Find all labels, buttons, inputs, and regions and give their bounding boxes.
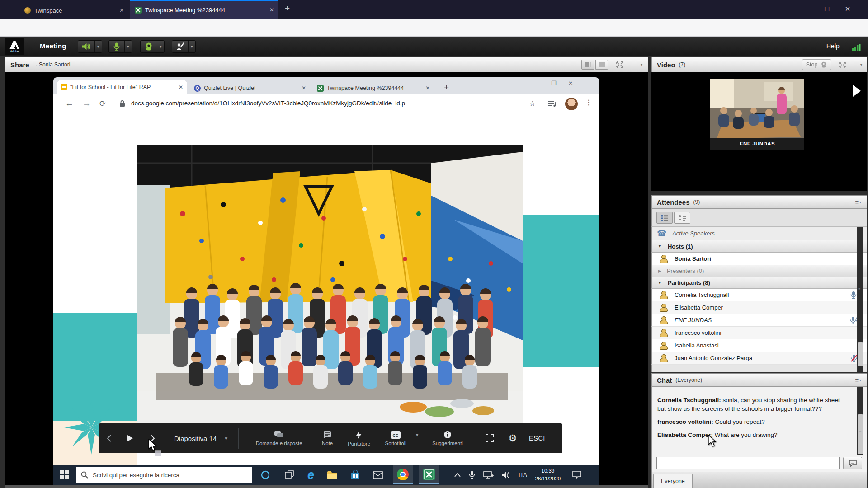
- active-speakers-row: ☎ Active Speakers: [651, 227, 867, 240]
- meeting-menu[interactable]: Meeting: [40, 42, 66, 50]
- share-pod-bottom-edge: [5, 485, 648, 488]
- attendee-name: Cornelia Tschuggnall: [675, 291, 729, 298]
- video-fullscreen-icon[interactable]: [839, 61, 846, 68]
- mic-on-icon: [850, 291, 857, 299]
- speaker-dropdown[interactable]: ▾: [94, 41, 102, 52]
- chat-pod-menu[interactable]: ≡▾: [855, 377, 861, 384]
- pod-layout-1-button[interactable]: [581, 60, 594, 70]
- divider: [238, 428, 239, 449]
- shared-restore-icon: ❐: [551, 80, 557, 87]
- slide-number-dropdown: ▼: [224, 436, 228, 441]
- svg-text:Q: Q: [196, 86, 199, 91]
- attendees-pod-menu[interactable]: ≡▾: [855, 199, 861, 206]
- tab-close-icon[interactable]: ✕: [269, 7, 274, 13]
- shared-bookmark-star-icon: ☆: [529, 99, 536, 108]
- shared-back-icon: ←: [65, 99, 74, 108]
- chat-text: Could you repeat?: [713, 418, 765, 425]
- slides-qa-button: Domande e risposte: [245, 431, 313, 446]
- slides-tips-button: Suggerimenti: [423, 431, 472, 446]
- share-fullscreen-icon[interactable]: [616, 61, 624, 68]
- taskbar-search-box: Scrivi qui per eseguire la ricerca: [76, 467, 252, 483]
- slides-prev-icon: [99, 435, 119, 442]
- webcam-icon[interactable]: [141, 42, 157, 51]
- share-pod-menu[interactable]: ≡▾: [636, 61, 642, 68]
- slides-fullscreen-icon: [477, 434, 502, 442]
- tray-microphone-icon: [469, 471, 475, 479]
- microphone-button-group[interactable]: ▾: [108, 40, 132, 53]
- speaker-button-group[interactable]: ▾: [78, 40, 102, 53]
- presenters-group-header[interactable]: ▶ Presenters (0): [651, 265, 867, 277]
- action-center-icon: [572, 471, 581, 479]
- attendee-row[interactable]: ENE JUNDAS: [651, 314, 867, 327]
- shared-chrome-window-controls: — ❐ ✕: [533, 80, 573, 87]
- chat-tab-everyone[interactable]: Everyone: [653, 474, 693, 488]
- chat-pod-title: Chat: [657, 376, 672, 384]
- firefox-tab-meeting[interactable]: Twinspace Meeting %2394444 ✕: [130, 0, 278, 19]
- participants-group-header[interactable]: ▼ Participants (8): [651, 277, 867, 289]
- thumbnails-next-arrow[interactable]: [852, 84, 862, 98]
- chat-message: Elisabetta Comper: What are you drawing?: [657, 431, 849, 439]
- attendee-row-host[interactable]: Sonia Sartori: [651, 253, 867, 265]
- chat-send-button[interactable]: [843, 457, 862, 469]
- shared-playlist-icon: [548, 100, 557, 108]
- participants-header-label: Participants (8): [668, 279, 710, 286]
- firefox-tab-twinspace[interactable]: Twinspace ✕: [20, 2, 128, 19]
- slides-pointer-button: Puntatore: [342, 431, 376, 446]
- connection-signal-icon[interactable]: [852, 42, 862, 51]
- shared-kebab-menu-icon: ⋮: [585, 98, 592, 107]
- shared-forward-icon: →: [82, 99, 91, 108]
- attendee-row[interactable]: Isabella Anastasi: [651, 339, 867, 352]
- chat-messages-area[interactable]: Cornelia Tschuggnall: sonia, can you sto…: [651, 387, 867, 455]
- shared-reload-icon: ⟳: [99, 99, 106, 108]
- attendee-list-view-button[interactable]: [656, 212, 673, 224]
- google-slides-icon: [61, 84, 67, 90]
- attendee-name: francesco voltolini: [675, 329, 721, 336]
- attendee-row[interactable]: Cornelia Tschuggnall: [651, 289, 867, 301]
- webcam-small-icon: [820, 61, 827, 68]
- stop-webcam-button[interactable]: Stop: [802, 59, 832, 70]
- connect-menu-bar: Adobe Meeting ▾ ▾ ▾ ▾ Help: [0, 37, 868, 56]
- webcam-button-group[interactable]: ▾: [140, 40, 165, 53]
- active-speakers-label: Active Speakers: [672, 230, 715, 237]
- shared-new-tab-icon: +: [444, 82, 449, 92]
- help-menu[interactable]: Help: [826, 42, 840, 50]
- microphone-dropdown[interactable]: ▾: [124, 41, 132, 52]
- attendee-status-view-button[interactable]: [674, 212, 690, 224]
- shared-taskbar: Scrivi qui per eseguire la ricerca e ITA…: [53, 465, 599, 485]
- chat-scrollbar-thumb[interactable]: ≡: [858, 414, 863, 454]
- video-pod-menu[interactable]: ≡▾: [856, 61, 862, 68]
- attendees-pod-title: Attendees: [657, 198, 690, 206]
- attendees-scrollbar-track[interactable]: ≡: [857, 227, 863, 372]
- chat-input[interactable]: [656, 457, 840, 469]
- webcam-dropdown[interactable]: ▾: [157, 41, 164, 52]
- attendee-row[interactable]: francesco voltolini: [651, 327, 867, 339]
- shared-minimize-icon: —: [533, 80, 539, 87]
- close-button[interactable]: ✕: [837, 2, 858, 16]
- search-placeholder: Scrivi qui per eseguire la ricerca: [93, 472, 179, 479]
- tab-close-icon[interactable]: ✕: [119, 7, 124, 14]
- attendee-row[interactable]: Elisabetta Comper: [651, 301, 867, 314]
- maximize-button[interactable]: ☐: [816, 2, 837, 16]
- chat-scrollbar-track[interactable]: ≡: [857, 387, 863, 455]
- speaker-icon[interactable]: [78, 42, 94, 51]
- pod-layout-2-button[interactable]: [595, 60, 608, 70]
- participant-person-icon: [660, 342, 667, 349]
- new-tab-button[interactable]: +: [285, 4, 290, 14]
- divider: [165, 428, 165, 449]
- raise-hand-dropdown[interactable]: ▾: [188, 41, 195, 52]
- slides-play-icon: [119, 435, 141, 442]
- connect-favicon: [317, 85, 324, 92]
- tab-title: "Fit for School - Fit for Life" RAP: [70, 84, 151, 90]
- attendees-scrollbar-thumb[interactable]: [858, 342, 863, 366]
- shared-tab-quizlet: Q Quizlet Live | Quizlet ✕: [190, 82, 310, 94]
- hosts-group-header[interactable]: ▼ Hosts (1): [651, 240, 867, 253]
- attendees-pod-count: (9): [693, 199, 700, 205]
- raise-hand-icon[interactable]: [172, 42, 188, 51]
- main-video-ene-jundas[interactable]: ENE JUNDAS: [710, 79, 804, 150]
- raise-hand-button-group[interactable]: ▾: [172, 40, 196, 53]
- share-pod-title: Share: [10, 61, 29, 69]
- attendee-row[interactable]: Juan Antonio Gonzalez Parga: [651, 352, 867, 365]
- minimize-button[interactable]: —: [796, 2, 816, 16]
- microphone-icon[interactable]: [109, 42, 124, 51]
- participant-person-icon: [660, 354, 667, 362]
